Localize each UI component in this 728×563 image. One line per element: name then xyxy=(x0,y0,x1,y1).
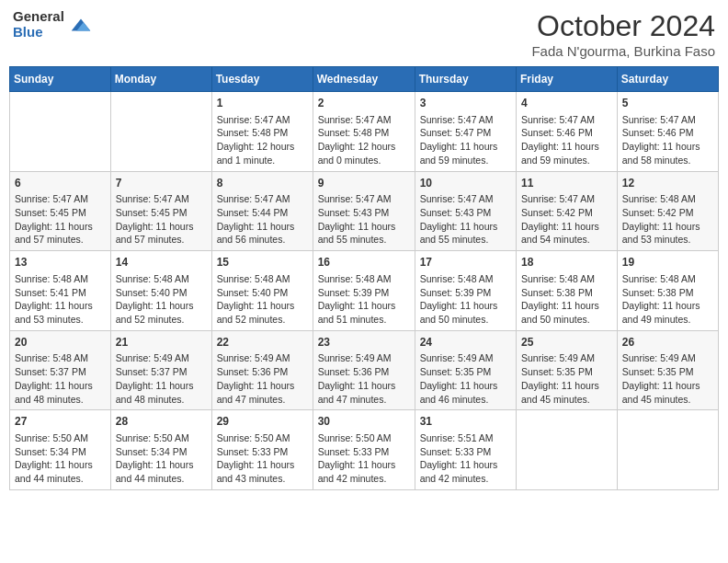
day-header-friday: Friday xyxy=(517,67,618,92)
cell-info: Sunrise: 5:50 AMSunset: 5:34 PMDaylight:… xyxy=(116,431,207,486)
calendar-cell: 5Sunrise: 5:47 AMSunset: 5:46 PMDaylight… xyxy=(617,92,718,172)
calendar-week-row: 1Sunrise: 5:47 AMSunset: 5:48 PMDaylight… xyxy=(10,92,719,172)
cell-info: Sunrise: 5:49 AMSunset: 5:37 PMDaylight:… xyxy=(116,351,207,406)
cell-info: Sunrise: 5:48 AMSunset: 5:39 PMDaylight:… xyxy=(318,272,410,327)
calendar-week-row: 6Sunrise: 5:47 AMSunset: 5:45 PMDaylight… xyxy=(10,171,719,251)
page-header: General Blue October 2024 Fada N'gourma,… xyxy=(9,9,719,59)
cell-date: 27 xyxy=(15,414,106,430)
calendar-cell: 6Sunrise: 5:47 AMSunset: 5:45 PMDaylight… xyxy=(10,171,111,251)
calendar-cell: 7Sunrise: 5:47 AMSunset: 5:45 PMDaylight… xyxy=(110,171,211,251)
logo-general-text: General xyxy=(13,9,64,25)
cell-info: Sunrise: 5:50 AMSunset: 5:34 PMDaylight:… xyxy=(15,431,106,486)
cell-date: 26 xyxy=(622,335,713,350)
calendar-cell: 31Sunrise: 5:51 AMSunset: 5:33 PMDayligh… xyxy=(415,410,516,490)
cell-date: 21 xyxy=(116,335,207,350)
cell-info: Sunrise: 5:50 AMSunset: 5:33 PMDaylight:… xyxy=(217,431,308,486)
day-header-wednesday: Wednesday xyxy=(313,67,415,92)
cell-date: 30 xyxy=(318,414,410,430)
cell-info: Sunrise: 5:47 AMSunset: 5:48 PMDaylight:… xyxy=(318,113,410,167)
calendar-cell: 25Sunrise: 5:49 AMSunset: 5:35 PMDayligh… xyxy=(517,330,618,410)
cell-date: 20 xyxy=(15,335,106,350)
calendar-cell: 4Sunrise: 5:47 AMSunset: 5:46 PMDaylight… xyxy=(517,92,618,172)
calendar-cell: 22Sunrise: 5:49 AMSunset: 5:36 PMDayligh… xyxy=(211,330,313,410)
month-title: October 2024 xyxy=(531,9,715,43)
calendar-cell: 8Sunrise: 5:47 AMSunset: 5:44 PMDaylight… xyxy=(211,171,313,251)
logo-blue-text: Blue xyxy=(13,25,64,40)
cell-date: 1 xyxy=(217,96,308,111)
calendar-cell: 2Sunrise: 5:47 AMSunset: 5:48 PMDaylight… xyxy=(313,92,415,172)
calendar-cell: 27Sunrise: 5:50 AMSunset: 5:34 PMDayligh… xyxy=(10,410,111,490)
cell-date: 4 xyxy=(521,96,612,111)
cell-info: Sunrise: 5:47 AMSunset: 5:46 PMDaylight:… xyxy=(622,113,713,167)
calendar-cell: 13Sunrise: 5:48 AMSunset: 5:41 PMDayligh… xyxy=(10,251,111,331)
calendar-cell: 12Sunrise: 5:48 AMSunset: 5:42 PMDayligh… xyxy=(617,171,718,251)
calendar-cell: 21Sunrise: 5:49 AMSunset: 5:37 PMDayligh… xyxy=(110,330,211,410)
cell-info: Sunrise: 5:49 AMSunset: 5:36 PMDaylight:… xyxy=(217,351,308,406)
cell-info: Sunrise: 5:47 AMSunset: 5:47 PMDaylight:… xyxy=(420,113,511,167)
cell-date: 24 xyxy=(420,335,511,350)
calendar-cell: 19Sunrise: 5:48 AMSunset: 5:38 PMDayligh… xyxy=(617,251,718,331)
calendar-week-row: 13Sunrise: 5:48 AMSunset: 5:41 PMDayligh… xyxy=(10,251,719,331)
cell-date: 25 xyxy=(521,335,612,350)
cell-info: Sunrise: 5:48 AMSunset: 5:40 PMDaylight:… xyxy=(217,272,308,327)
calendar-cell: 26Sunrise: 5:49 AMSunset: 5:35 PMDayligh… xyxy=(617,330,718,410)
cell-info: Sunrise: 5:47 AMSunset: 5:43 PMDaylight:… xyxy=(420,192,511,247)
cell-info: Sunrise: 5:47 AMSunset: 5:44 PMDaylight:… xyxy=(217,192,308,247)
calendar-cell: 17Sunrise: 5:48 AMSunset: 5:39 PMDayligh… xyxy=(415,251,516,331)
cell-date: 14 xyxy=(116,255,207,270)
cell-date: 10 xyxy=(420,176,511,191)
calendar-cell: 20Sunrise: 5:48 AMSunset: 5:37 PMDayligh… xyxy=(10,330,111,410)
cell-info: Sunrise: 5:47 AMSunset: 5:45 PMDaylight:… xyxy=(116,192,207,247)
calendar-week-row: 20Sunrise: 5:48 AMSunset: 5:37 PMDayligh… xyxy=(10,330,719,410)
day-header-thursday: Thursday xyxy=(415,67,516,92)
calendar-cell: 24Sunrise: 5:49 AMSunset: 5:35 PMDayligh… xyxy=(415,330,516,410)
calendar-table: SundayMondayTuesdayWednesdayThursdayFrid… xyxy=(9,66,719,490)
cell-date: 29 xyxy=(217,414,308,430)
cell-info: Sunrise: 5:47 AMSunset: 5:48 PMDaylight:… xyxy=(217,113,308,167)
cell-date: 3 xyxy=(420,96,511,111)
cell-info: Sunrise: 5:48 AMSunset: 5:40 PMDaylight:… xyxy=(116,272,207,327)
cell-info: Sunrise: 5:47 AMSunset: 5:43 PMDaylight:… xyxy=(318,192,410,247)
calendar-header-row: SundayMondayTuesdayWednesdayThursdayFrid… xyxy=(10,67,719,92)
calendar-cell xyxy=(10,92,111,172)
cell-date: 8 xyxy=(217,176,308,191)
calendar-cell: 28Sunrise: 5:50 AMSunset: 5:34 PMDayligh… xyxy=(110,410,211,490)
calendar-cell: 30Sunrise: 5:50 AMSunset: 5:33 PMDayligh… xyxy=(313,410,415,490)
cell-date: 23 xyxy=(318,335,410,350)
calendar-cell xyxy=(110,92,211,172)
cell-info: Sunrise: 5:48 AMSunset: 5:39 PMDaylight:… xyxy=(420,272,511,327)
cell-info: Sunrise: 5:47 AMSunset: 5:45 PMDaylight:… xyxy=(15,192,106,247)
cell-date: 18 xyxy=(521,255,612,270)
logo-icon xyxy=(68,12,94,38)
calendar-cell: 16Sunrise: 5:48 AMSunset: 5:39 PMDayligh… xyxy=(313,251,415,331)
day-header-sunday: Sunday xyxy=(10,67,111,92)
location-text: Fada N'gourma, Burkina Faso xyxy=(531,43,715,59)
calendar-cell: 23Sunrise: 5:49 AMSunset: 5:36 PMDayligh… xyxy=(313,330,415,410)
cell-info: Sunrise: 5:50 AMSunset: 5:33 PMDaylight:… xyxy=(318,431,410,486)
calendar-cell: 15Sunrise: 5:48 AMSunset: 5:40 PMDayligh… xyxy=(211,251,313,331)
cell-date: 7 xyxy=(116,176,207,191)
cell-info: Sunrise: 5:49 AMSunset: 5:35 PMDaylight:… xyxy=(622,351,713,406)
cell-info: Sunrise: 5:48 AMSunset: 5:38 PMDaylight:… xyxy=(622,272,713,327)
cell-info: Sunrise: 5:48 AMSunset: 5:38 PMDaylight:… xyxy=(521,272,612,327)
cell-info: Sunrise: 5:49 AMSunset: 5:35 PMDaylight:… xyxy=(521,351,612,406)
calendar-week-row: 27Sunrise: 5:50 AMSunset: 5:34 PMDayligh… xyxy=(10,410,719,490)
title-block: October 2024 Fada N'gourma, Burkina Faso xyxy=(531,9,715,59)
cell-info: Sunrise: 5:49 AMSunset: 5:35 PMDaylight:… xyxy=(420,351,511,406)
day-header-monday: Monday xyxy=(110,67,211,92)
cell-date: 9 xyxy=(318,176,410,191)
cell-date: 15 xyxy=(217,255,308,270)
cell-info: Sunrise: 5:48 AMSunset: 5:37 PMDaylight:… xyxy=(15,351,106,406)
calendar-cell: 1Sunrise: 5:47 AMSunset: 5:48 PMDaylight… xyxy=(211,92,313,172)
cell-date: 28 xyxy=(116,414,207,430)
cell-date: 5 xyxy=(622,96,713,111)
calendar-cell xyxy=(517,410,618,490)
cell-date: 19 xyxy=(622,255,713,270)
cell-date: 16 xyxy=(318,255,410,270)
calendar-cell: 14Sunrise: 5:48 AMSunset: 5:40 PMDayligh… xyxy=(110,251,211,331)
logo: General Blue xyxy=(13,9,94,40)
cell-info: Sunrise: 5:47 AMSunset: 5:42 PMDaylight:… xyxy=(521,192,612,247)
calendar-cell: 9Sunrise: 5:47 AMSunset: 5:43 PMDaylight… xyxy=(313,171,415,251)
day-header-saturday: Saturday xyxy=(617,67,718,92)
cell-date: 2 xyxy=(318,96,410,111)
